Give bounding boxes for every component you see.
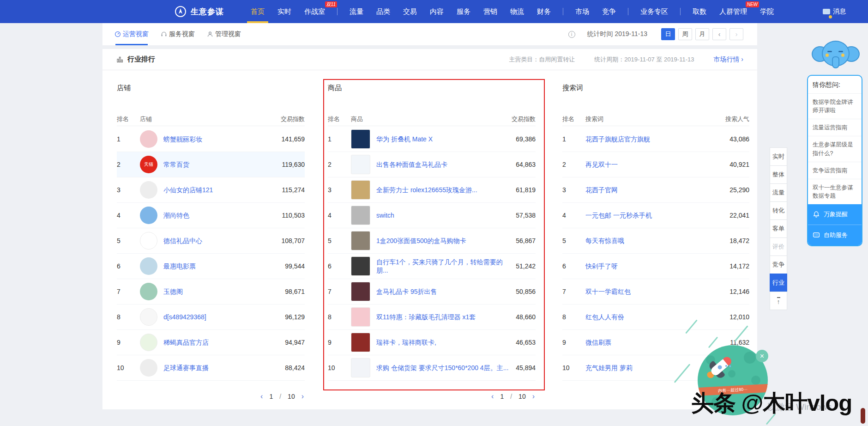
nav-item[interactable]: 取数 xyxy=(693,0,706,23)
nav-item[interactable]: 流量 xyxy=(350,0,363,23)
shops-row: 7玉德阁98,671 xyxy=(117,279,305,304)
shop-avatar xyxy=(140,232,157,250)
shops-link[interactable]: 德信礼品中心 xyxy=(163,237,277,245)
prev-period-button[interactable]: ‹ xyxy=(712,28,726,40)
assistant-question[interactable]: 流量运营指南 xyxy=(808,119,862,136)
brand[interactable]: 生意参谋 xyxy=(175,6,224,18)
shops-link[interactable]: 螃蟹靓丽彩妆 xyxy=(163,135,277,143)
side-tool-7[interactable]: 竞争 xyxy=(770,256,787,274)
view-tab[interactable]: 服务视窗 xyxy=(161,23,195,45)
nav-item[interactable]: 市场 xyxy=(575,0,589,23)
market-link[interactable]: 市场行情 › xyxy=(713,55,743,64)
view-tab[interactable]: 运营视窗 xyxy=(115,23,149,45)
next-page-button[interactable]: › xyxy=(301,392,304,401)
nav-item[interactable]: 人群管理NEW xyxy=(719,0,747,23)
elephant-trunk xyxy=(832,56,839,68)
products-link[interactable]: 瑞祥卡，瑞祥商联卡, xyxy=(376,338,511,347)
shops-link[interactable]: 稀蝎真品官方店 xyxy=(163,338,280,347)
side-tool-8[interactable]: 行业 xyxy=(770,274,787,292)
nav-item[interactable]: 作战室双11 xyxy=(304,0,325,23)
period-button[interactable]: 日 xyxy=(661,28,675,40)
nav-item[interactable]: 交易 xyxy=(403,0,417,23)
shops-link[interactable]: 小仙女的店铺121 xyxy=(163,186,277,194)
value-header: 交易指数 xyxy=(512,115,536,123)
products-link[interactable]: 盒马礼品卡 95折出售 xyxy=(376,287,511,296)
name-header: 搜索词 xyxy=(585,115,725,123)
period-button[interactable]: 月 xyxy=(695,28,709,40)
assistant-action[interactable]: 自助服务 xyxy=(808,225,862,245)
shops-link[interactable]: 玉德阁 xyxy=(163,287,280,296)
side-tool-5[interactable]: 客单 xyxy=(770,219,787,238)
shops-link[interactable]: 最惠电影票 xyxy=(163,262,280,270)
rank-header: 排名 xyxy=(328,115,351,123)
period-button[interactable]: 周 xyxy=(678,28,692,40)
shops-link[interactable]: 潮尚特色 xyxy=(163,211,277,219)
shops-link[interactable]: d[s489429368] xyxy=(163,313,280,321)
keywords-row: 3花西子官网25,290 xyxy=(562,177,749,203)
products-row: 51盒200张面值500的盒马购物卡56,867 xyxy=(328,228,536,254)
back-to-top-button[interactable]: ↑ xyxy=(770,292,787,310)
scrollbar-fragment[interactable] xyxy=(861,408,865,424)
rank: 1 xyxy=(328,135,351,143)
info-icon[interactable]: i xyxy=(568,31,575,38)
assistant-question[interactable]: 双十一生意参谋数据专题 xyxy=(808,179,862,204)
side-tool-4[interactable]: 转化 xyxy=(770,201,787,220)
products-link[interactable]: 华为 折叠机 Mate X xyxy=(376,135,511,143)
side-tool-1[interactable]: 实时 xyxy=(770,147,787,166)
products-link[interactable]: switch xyxy=(376,211,511,219)
nav-item[interactable]: 实时 xyxy=(277,0,291,23)
assistant-question[interactable]: 数据学院金牌讲师开课啦 xyxy=(808,93,862,119)
nav-item[interactable]: 服务 xyxy=(457,0,470,23)
view-tab[interactable]: 管理视窗 xyxy=(207,23,241,45)
product-thumbnail xyxy=(351,333,370,352)
products-link[interactable]: 求购 仓储货架 要求尺寸150*60*200 4层。主... xyxy=(376,364,511,372)
keywords-link[interactable]: 一元包邮 一元秒杀手机 xyxy=(585,211,725,219)
rank: 6 xyxy=(562,262,585,270)
side-tool-6[interactable]: 评价 xyxy=(770,237,787,256)
next-page-button[interactable]: › xyxy=(532,392,535,401)
rank-header: 排名 xyxy=(117,115,140,123)
nav-item-badge: NEW xyxy=(746,1,759,7)
nav-item[interactable]: 竞争 xyxy=(602,0,616,23)
shops-link[interactable]: 常常百货 xyxy=(163,160,277,169)
index-value: 99,544 xyxy=(285,262,305,270)
side-tool-2[interactable]: 整体 xyxy=(770,165,787,184)
nav-item[interactable]: 内容 xyxy=(430,0,444,23)
keywords-column-title: 搜索词 xyxy=(562,84,583,92)
close-icon[interactable]: × xyxy=(756,350,768,362)
nav-separator xyxy=(337,8,338,15)
keywords-link[interactable]: 双十一学霸红包 xyxy=(585,287,725,296)
keywords-link[interactable]: 每天有惊喜哦 xyxy=(585,237,725,245)
keywords-link[interactable]: 花西子旗舰店官方旗舰 xyxy=(585,135,725,143)
nav-item[interactable]: 营销 xyxy=(483,0,497,23)
products-link[interactable]: 自行车1个，买来只骑了几个月，转给需要的朋... xyxy=(376,258,511,274)
prev-page-button[interactable]: ‹ xyxy=(491,392,494,401)
nav-item[interactable]: 物流 xyxy=(510,0,524,23)
products-link[interactable]: 出售各种面值盒马礼品卡 xyxy=(376,160,511,169)
side-tool-3[interactable]: 流量 xyxy=(770,183,787,202)
nav-item[interactable]: 品类 xyxy=(376,0,390,23)
nav-item[interactable]: 业务专区 xyxy=(640,0,668,23)
products-link[interactable]: 双11特惠：珍藏版毛孔清理器 x1套 xyxy=(376,313,511,321)
assistant-question[interactable]: 生意参谋层级是指什么? xyxy=(808,136,862,161)
keywords-link[interactable]: 再见双十一 xyxy=(585,160,725,169)
products-link[interactable]: 1盒200张面值500的盒马购物卡 xyxy=(376,237,511,245)
index-value: 69,386 xyxy=(516,135,536,143)
keywords-link[interactable]: 微信刷票 xyxy=(585,338,725,347)
nav-item[interactable]: 学院 xyxy=(760,0,774,23)
nav-item[interactable]: 财务 xyxy=(537,0,551,23)
keywords-link[interactable]: 红包人人有份 xyxy=(585,313,725,321)
keywords-link[interactable]: 花西子官网 xyxy=(585,186,725,194)
messages-button[interactable]: 消息 xyxy=(823,0,846,23)
products-row: 6自行车1个，买来只骑了几个月，转给需要的朋...51,242 xyxy=(328,254,536,279)
assistant-question[interactable]: 竞争运营指南 xyxy=(808,162,862,179)
next-period-button[interactable]: › xyxy=(729,28,743,40)
keywords-link[interactable]: 快剁手了呀 xyxy=(585,262,725,270)
prev-page-button[interactable]: ‹ xyxy=(260,392,263,401)
assistant-action[interactable]: 万象提醒 xyxy=(808,204,862,225)
sycm-dashboard: { "colors": { "nav_blue": "#2b51c9", "ac… xyxy=(0,0,868,426)
nav-item[interactable]: 首页 xyxy=(251,0,265,23)
headset-icon xyxy=(161,31,167,37)
products-link[interactable]: 全新劳力士 rolex126655玫瑰金游... xyxy=(376,186,511,194)
shops-link[interactable]: 足球通赛事直播 xyxy=(163,364,280,372)
